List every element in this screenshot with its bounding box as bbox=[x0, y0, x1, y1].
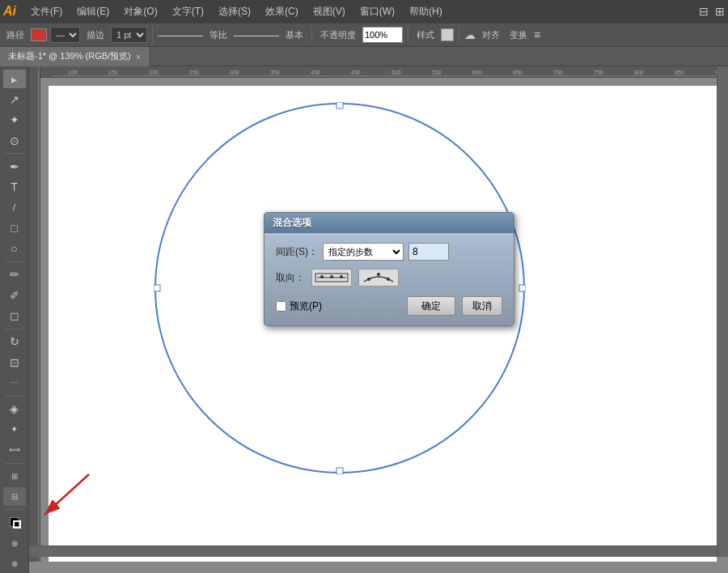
svg-rect-24 bbox=[519, 285, 526, 291]
svg-text:550: 550 bbox=[432, 70, 442, 75]
red-arrow-blend-tool bbox=[40, 466, 105, 531]
menu-items: 文件(F) 编辑(E) 对象(O) 文字(T) 选择(S) 效果(C) 视图(V… bbox=[24, 3, 449, 20]
svg-rect-21 bbox=[336, 102, 343, 108]
stroke-type-select[interactable]: — bbox=[50, 27, 80, 43]
tool-text[interactable]: T bbox=[3, 178, 26, 197]
svg-point-39 bbox=[377, 273, 380, 276]
svg-point-36 bbox=[330, 275, 333, 278]
transform-label: 变换 bbox=[506, 29, 531, 41]
dialog-title: 混合选项 bbox=[265, 213, 514, 233]
spacing-type-select[interactable]: 指定的步数 bbox=[323, 243, 404, 261]
tool-ellipse[interactable]: ○ bbox=[3, 239, 26, 257]
tool-lasso[interactable]: ⊙ bbox=[3, 131, 26, 150]
tool-pen[interactable]: ✒ bbox=[3, 157, 26, 176]
tool-gradient[interactable]: ◈ bbox=[3, 400, 26, 418]
tool-separator-6 bbox=[5, 509, 24, 510]
dialog-footer: 预览(P) 确定 取消 bbox=[276, 296, 502, 316]
tool-blend[interactable]: ⊟ bbox=[3, 487, 26, 506]
svg-text:600: 600 bbox=[472, 70, 482, 75]
dialog-spacing-row: 间距(S)： 指定的步数 bbox=[276, 243, 502, 261]
svg-text:100: 100 bbox=[68, 70, 78, 75]
tool-pencil[interactable]: ✐ bbox=[3, 286, 26, 304]
spacing-label: 间距(S)： bbox=[276, 245, 318, 259]
style-swatch[interactable] bbox=[441, 28, 454, 41]
tool-selection[interactable]: ▸ bbox=[3, 70, 26, 88]
canvas-area: 100 150 200 250 300 350 400 450 500 550 … bbox=[29, 66, 728, 573]
tab-bar: 未标题-1* @ 139% (RGB/预览) × bbox=[0, 47, 728, 66]
spacing-value-input[interactable] bbox=[408, 243, 449, 261]
tool-measure[interactable]: ⟺ bbox=[3, 440, 26, 459]
svg-text:150: 150 bbox=[108, 70, 118, 75]
direction-align-to-path-button[interactable] bbox=[358, 269, 399, 286]
tool-scale[interactable]: ⊡ bbox=[3, 353, 26, 371]
opacity-label: 不透明度 bbox=[317, 29, 359, 41]
dialog-direction-row: 取向： bbox=[276, 269, 502, 286]
svg-text:300: 300 bbox=[230, 70, 239, 75]
cancel-button[interactable]: 取消 bbox=[462, 296, 502, 316]
scrollbar-vertical[interactable] bbox=[717, 66, 728, 557]
menu-help[interactable]: 帮助(H) bbox=[403, 3, 449, 20]
tool-magic-wand[interactable]: ✦ bbox=[3, 111, 26, 129]
svg-point-37 bbox=[340, 275, 343, 278]
ruler-vertical bbox=[29, 66, 40, 562]
tool-line[interactable]: / bbox=[3, 198, 26, 217]
menu-file[interactable]: 文件(F) bbox=[24, 3, 69, 20]
divider-2 bbox=[311, 27, 312, 43]
opacity-input[interactable] bbox=[362, 27, 403, 43]
tool-rectangle[interactable]: □ bbox=[3, 219, 26, 237]
dialog-body: 间距(S)： 指定的步数 取向： bbox=[265, 233, 514, 325]
svg-rect-22 bbox=[336, 468, 343, 474]
menu-window[interactable]: 窗口(W) bbox=[353, 3, 401, 20]
tool-fill-stroke[interactable] bbox=[3, 513, 26, 532]
line-style: ———— bbox=[158, 28, 203, 41]
main-area: ▸ ↗ ✦ ⊙ ✒ T / □ ○ ✏ ✐ ◻ ↻ ⊡ ⋯ ◈ ✦ ⟺ ⊞ ⊟ … bbox=[0, 66, 728, 573]
tool-navigator[interactable]: ⊕ bbox=[3, 533, 26, 552]
tool-eraser[interactable]: ◻ bbox=[3, 306, 26, 325]
svg-text:250: 250 bbox=[189, 70, 199, 75]
line-style-2: ———— bbox=[234, 28, 279, 41]
tool-rotate[interactable]: ↻ bbox=[3, 333, 26, 351]
menu-edit[interactable]: 编辑(E) bbox=[70, 3, 116, 20]
stroke-color-swatch[interactable] bbox=[31, 28, 47, 41]
blend-options-dialog: 混合选项 间距(S)： 指定的步数 取向： bbox=[264, 212, 514, 326]
menu-right-icons: ⊟ ⊞ bbox=[699, 5, 725, 18]
menu-effect[interactable]: 效果(C) bbox=[259, 3, 305, 20]
svg-point-38 bbox=[367, 278, 370, 281]
menu-object[interactable]: 对象(O) bbox=[117, 3, 163, 20]
scrollbar-horizontal[interactable] bbox=[29, 545, 717, 557]
tool-zoom[interactable]: ⊕ bbox=[3, 554, 26, 573]
tool-warp[interactable]: ⋯ bbox=[3, 373, 26, 392]
tool-separator-1 bbox=[5, 153, 24, 154]
preview-label: 预览(P) bbox=[290, 299, 322, 313]
svg-text:450: 450 bbox=[351, 70, 361, 75]
menu-select[interactable]: 选择(S) bbox=[212, 3, 257, 20]
stroke-label: 描边 bbox=[83, 29, 108, 41]
document-tab[interactable]: 未标题-1* @ 139% (RGB/预览) × bbox=[0, 47, 150, 66]
svg-point-35 bbox=[320, 275, 324, 278]
tool-separator-5 bbox=[5, 463, 24, 464]
more-icon[interactable]: ≡ bbox=[534, 28, 540, 41]
direction-label: 取向： bbox=[276, 271, 305, 285]
direction-align-to-page-button[interactable] bbox=[311, 269, 352, 286]
tool-brush[interactable]: ✏ bbox=[3, 265, 26, 284]
workspace-icon[interactable]: ⊟ bbox=[699, 5, 709, 18]
base-label: 基本 bbox=[282, 29, 307, 41]
menu-view[interactable]: 视图(V) bbox=[307, 3, 352, 20]
svg-text:400: 400 bbox=[311, 70, 320, 75]
tool-artboard[interactable]: ⊞ bbox=[3, 466, 26, 485]
ruler-horizontal: 100 150 200 250 300 350 400 450 500 550 … bbox=[40, 66, 717, 78]
svg-line-30 bbox=[44, 474, 89, 515]
tool-eyedropper[interactable]: ✦ bbox=[3, 420, 26, 439]
ok-button[interactable]: 确定 bbox=[407, 296, 455, 316]
svg-text:700: 700 bbox=[553, 70, 563, 75]
tool-direct-selection[interactable]: ↗ bbox=[3, 90, 26, 108]
path-label: 路径 bbox=[3, 29, 28, 41]
cloud-icon[interactable]: ☁ bbox=[464, 28, 476, 41]
menu-text[interactable]: 文字(T) bbox=[166, 3, 210, 20]
preview-checkbox[interactable] bbox=[276, 301, 286, 312]
arrange-icon[interactable]: ⊞ bbox=[715, 5, 725, 18]
divider-4 bbox=[459, 27, 459, 43]
stroke-width-select[interactable]: 1 pt bbox=[111, 27, 147, 43]
svg-rect-23 bbox=[154, 285, 160, 291]
tab-close-button[interactable]: × bbox=[136, 52, 141, 62]
